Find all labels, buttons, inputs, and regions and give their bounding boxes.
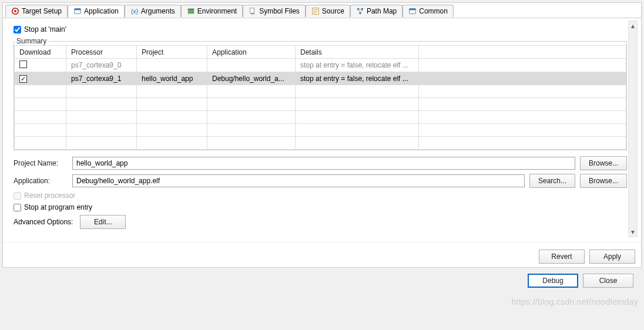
tab-application[interactable]: Application [68,5,125,18]
advanced-label: Advanced Options: [14,218,73,226]
project-name-input[interactable] [72,157,575,170]
table-row[interactable] [15,124,626,137]
reset-processor-row: Reset processor [14,191,627,200]
tab-label: Symbol Files [259,7,300,15]
stop-program-entry-checkbox[interactable] [14,204,21,211]
cell-processor: ps7_cortexa9_1 [66,72,137,85]
table-row[interactable]: ps7_cortexa9_1 hello_world_app Debug/hel… [15,72,626,85]
download-checkbox[interactable] [19,60,27,68]
application-row: Application: Search... Browse... [14,174,627,188]
tab-label: Arguments [141,7,175,15]
svg-rect-3 [75,9,81,11]
col-application[interactable]: Application [207,46,296,59]
revert-button[interactable]: Revert [539,250,585,264]
tab-environment[interactable]: Environment [181,5,243,17]
reset-processor-checkbox [14,192,21,200]
table-row[interactable]: ps7_cortexa9_0 stop at entry = false, re… [15,59,626,72]
table-row[interactable] [15,98,626,111]
source-icon [311,7,320,15]
tab-target-setup[interactable]: Target Setup [5,5,68,17]
svg-text:(x)=: (x)= [131,8,139,15]
cell-application [207,59,296,72]
arguments-icon: (x)= [130,7,139,15]
cell-project [137,59,207,72]
common-icon [408,7,417,15]
stop-at-main-checkbox[interactable] [14,26,21,33]
col-processor[interactable]: Processor [66,46,137,59]
tab-arguments[interactable]: (x)= Arguments [125,5,181,17]
reset-processor-label: Reset processor [24,191,75,200]
application-search-button[interactable]: Search... [529,174,575,188]
symbol-files-icon [249,7,257,15]
download-checkbox[interactable] [19,75,27,83]
project-name-label: Project Name: [14,159,68,167]
svg-point-1 [14,10,16,12]
tab-path-map[interactable]: Path Map [350,5,402,17]
col-download[interactable]: Download [15,46,66,59]
dialog-button-bar: Debug Close [2,268,642,294]
tab-symbol-files[interactable]: Symbol Files [243,5,306,17]
vertical-scrollbar[interactable]: ▴ ▾ [628,21,638,237]
svg-rect-6 [188,9,194,11]
stop-program-entry-label: Stop at program entry [24,203,92,211]
cell-processor: ps7_cortexa9_0 [66,59,137,72]
application-input[interactable] [72,174,525,187]
apply-button[interactable]: Apply [589,250,635,264]
application-icon [73,7,82,15]
project-browse-button[interactable]: Browse... [580,156,627,170]
path-map-icon [356,7,364,15]
watermark: https://blog.csdn.net/noodletoday [512,297,638,307]
svg-rect-19 [410,9,416,11]
table-row[interactable] [15,111,626,124]
table-row[interactable] [15,85,626,98]
stop-at-main-label: Stop at 'main' [24,25,66,33]
tab-label: Source [322,7,344,15]
col-project[interactable]: Project [137,46,207,59]
edit-button[interactable]: Edit... [80,215,126,229]
svg-rect-5 [188,10,194,14]
tab-label: Path Map [367,7,397,15]
stop-at-main-row: Stop at 'main' [14,25,627,33]
cell-details: stop at entry = false, relocate elf ... [296,59,419,72]
scroll-down-icon[interactable]: ▾ [629,227,637,237]
scroll-up-icon[interactable]: ▴ [629,21,637,31]
tab-label: Environment [197,7,237,15]
col-details[interactable]: Details [296,46,419,59]
summary-legend: Summary [14,37,49,45]
svg-rect-7 [250,8,254,14]
tab-label: Common [419,7,448,15]
tab-label: Application [84,7,119,15]
tab-common[interactable]: Common [402,5,454,17]
col-empty[interactable] [419,46,626,59]
close-button[interactable]: Close [583,274,633,288]
summary-fieldset: Summary Download Processor Project Appli… [14,37,627,150]
application-browse-button[interactable]: Browse... [580,174,627,188]
tabs-row: Target Setup Application (x)= Arguments … [3,3,641,18]
cell-application: Debug/hello_world_a... [207,72,296,85]
advanced-row: Advanced Options: Edit... [14,215,627,229]
tab-body: ▴ ▾ Stop at 'main' Summary Download Proc… [3,18,641,240]
table-row[interactable] [15,137,626,150]
revert-apply-bar: Revert Apply [3,242,641,267]
summary-table: Download Processor Project Application D… [14,45,626,150]
target-icon [11,7,19,15]
cell-details: stop at entry = false, relocate elf ... [296,72,419,85]
application-label: Application: [14,177,68,185]
environment-icon [187,7,195,15]
project-name-row: Project Name: Browse... [14,156,627,170]
cell-project: hello_world_app [137,72,207,85]
svg-line-17 [360,9,363,14]
tab-source[interactable]: Source [306,5,350,17]
tab-label: Target Setup [22,7,62,15]
stop-program-entry-row: Stop at program entry [14,203,627,211]
svg-line-16 [358,9,360,14]
debug-button[interactable]: Debug [528,274,578,288]
